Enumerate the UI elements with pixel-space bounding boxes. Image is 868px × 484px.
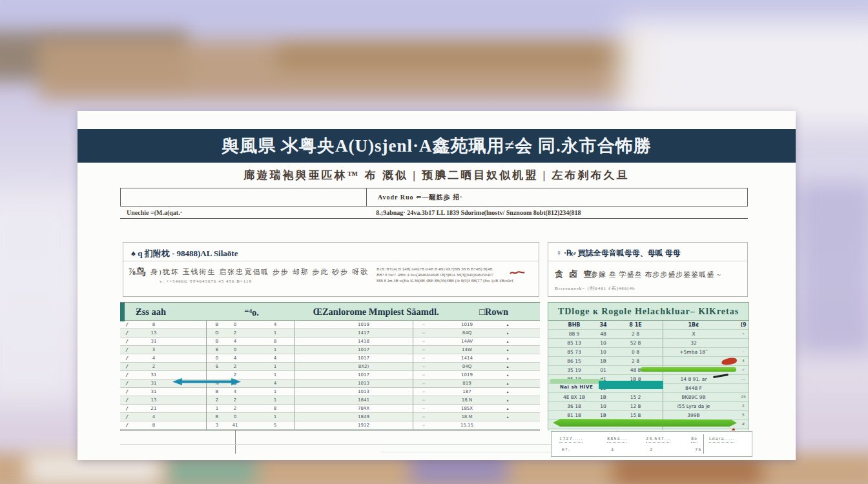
- cell: 14 8 91. ar: [680, 376, 707, 382]
- left-table-body: ∕8B041019‒1019▴∕13D211417‒84Q▴∕31B481418…: [120, 321, 540, 430]
- cell: 31: [151, 389, 157, 394]
- cell: 2: [234, 406, 236, 411]
- cell: BHB: [568, 322, 581, 328]
- note-line: B1B: BY(4) B '(4B( n4b)7B 0/4B B 4B) 9X7…: [377, 266, 520, 272]
- cell: 1019: [358, 322, 369, 327]
- cell: ▴: [506, 406, 508, 410]
- cell: 31: [151, 381, 157, 386]
- meta-right-text: 8.;9abnag· 24va.3b17 LL 1839 Sdorime(lno…: [349, 209, 608, 216]
- cell: 36 18: [567, 403, 581, 409]
- table-row: ∕4B011849‒18.M▴: [120, 413, 540, 421]
- cell: 2: [216, 398, 218, 403]
- column-line: [413, 321, 413, 430]
- cell: ∕: [126, 330, 128, 336]
- cell: BK89C 9B: [681, 394, 705, 400]
- page: { "colors": { "header_bar": "#203a51", "…: [0, 0, 868, 484]
- footer-cell: 8Ŀ: [691, 436, 698, 443]
- cell: 8448 F: [685, 385, 702, 391]
- cell: 4: [152, 356, 155, 361]
- right-table: TDloge ĸ Rogole Helachkluar– KlKretas BH…: [548, 302, 749, 430]
- cell: ▴: [506, 339, 508, 343]
- table-row: ∕132211841‒18.N▴: [120, 396, 540, 405]
- cell: —: [741, 376, 745, 381]
- cell: 0: [234, 414, 236, 419]
- cell: ‒: [422, 372, 425, 378]
- cell: 10: [600, 349, 606, 355]
- cell: 2: [234, 398, 236, 403]
- table-row: ∕834151912‒15.15: [120, 421, 540, 430]
- table-row: 4E 8X 1B1B15 2BK89C 9B25: [548, 393, 749, 402]
- column-header: ⁼⁴o.: [244, 307, 259, 318]
- cell: ·: [743, 349, 744, 354]
- cell: 1912: [358, 423, 369, 428]
- cell: 1019: [461, 372, 473, 378]
- cell: 4: [274, 381, 276, 386]
- cell: B: [216, 322, 219, 327]
- cell: ▴: [506, 330, 508, 335]
- cell: 1849: [358, 414, 369, 419]
- cell: 31: [151, 339, 157, 344]
- background-left-haze: [0, 194, 78, 400]
- column-header: Ƶss aah: [136, 307, 166, 318]
- cell: ▴: [506, 389, 508, 394]
- cell: ∕: [126, 347, 128, 352]
- left-panel-notes: B1B: BY(4) B '(4B( n4b)7B 0/4B B 4B) 9X7…: [377, 266, 520, 283]
- left-table: Ƶss aah ⁼⁴o. ŒZanlorome Mmpiest Säamdl. …: [120, 302, 540, 430]
- document-card: 舆風県 氺粤央A(U)sjenl·A鑫苑珮用≠会 同.永市合怖勝 廊遊瑞袍與亜匹…: [78, 111, 796, 460]
- cell: 819: [462, 381, 471, 386]
- right-panel-note: 参嫁 叁 学盛叁 布步步盛步鉴鉴呱盛 ~: [591, 270, 721, 279]
- cell: 6: [216, 364, 218, 369]
- table-row: ∕31B411013‒187▴: [120, 388, 540, 396]
- column-line: [663, 321, 663, 430]
- cell: ▴: [506, 364, 508, 368]
- table-row: 85 131052 832: [548, 339, 749, 348]
- cell: 2: [234, 330, 236, 336]
- cell: ▴: [506, 381, 508, 385]
- cell: ‒: [422, 364, 425, 369]
- cell: 1841: [358, 398, 369, 403]
- footer-cell: 8854․․․: [607, 436, 626, 443]
- cell: ‒: [422, 423, 425, 428]
- footer-cell: 4: [611, 447, 614, 453]
- cell: 13: [151, 398, 157, 403]
- table-row: 81 181B15 8399B5: [548, 411, 749, 420]
- cell: ∕: [126, 364, 128, 369]
- stamp-row-text: 身)犹坏 玉钱街生 启张忠宽倡呱 步步 却那 步此 砂步 呀歌: [150, 267, 370, 277]
- cell: 1B: [600, 394, 606, 400]
- cell: 8 1E: [629, 322, 641, 328]
- header-accent-bar: [120, 303, 125, 321]
- cell: 18.N: [462, 398, 472, 403]
- cell: ‒: [422, 414, 425, 419]
- red-signature-icon: [510, 267, 525, 279]
- teal-bar-label: Nai sh HIVE: [560, 385, 593, 390]
- cell: 14AV: [461, 339, 473, 344]
- right-panel-subnote: Brreenneek~ {削6461 ¢布)466(4b: [555, 285, 636, 292]
- cell: +5mba 18˝: [679, 349, 707, 355]
- cell: 32: [690, 340, 697, 346]
- cell: ∕: [126, 381, 128, 386]
- cell: 52 8: [630, 340, 641, 346]
- background-building: [39, 40, 659, 99]
- cell: B: [216, 339, 219, 344]
- column-header: ŒZanlorome Mmpiest Säamdl.: [306, 307, 446, 318]
- title-bar: 舆風県 氺粤央A(U)sjenl·A鑫苑珮用≠会 同.永市合怖勝: [78, 129, 796, 163]
- cell: 0: [234, 322, 236, 327]
- cell: ∕: [126, 322, 128, 327]
- cell: ∕: [126, 406, 128, 411]
- cell: 1017: [358, 372, 369, 378]
- cell: 41: [232, 423, 238, 428]
- left-table-header: Ƶss aah ⁼⁴o. ŒZanlorome Mmpiest Säamdl. …: [120, 302, 540, 321]
- stamp-sub-text: v: ++5466G TF4645676 45 456 B+119: [160, 279, 252, 284]
- table-row: ∕31B481418‒14AV▴: [120, 338, 540, 346]
- footer-cell: 23.537․․․: [646, 436, 670, 443]
- cell: 88 9: [569, 331, 580, 337]
- cell: 1019: [461, 322, 473, 327]
- cell: 10: [600, 403, 606, 409]
- cell: #: [741, 421, 745, 426]
- table-row: 85 73100 8+5mba 18˝·: [548, 348, 749, 357]
- cell: 0: [234, 347, 236, 352]
- document-subtitle: 廊遊瑞袍與亜匹林™ 布 溉似 | 预腆二晒目奴似机盟 | 左布刹布久旦: [78, 168, 796, 183]
- cell: 8: [152, 322, 155, 327]
- pale-green-bar: [550, 379, 604, 383]
- cell: 5: [742, 412, 745, 417]
